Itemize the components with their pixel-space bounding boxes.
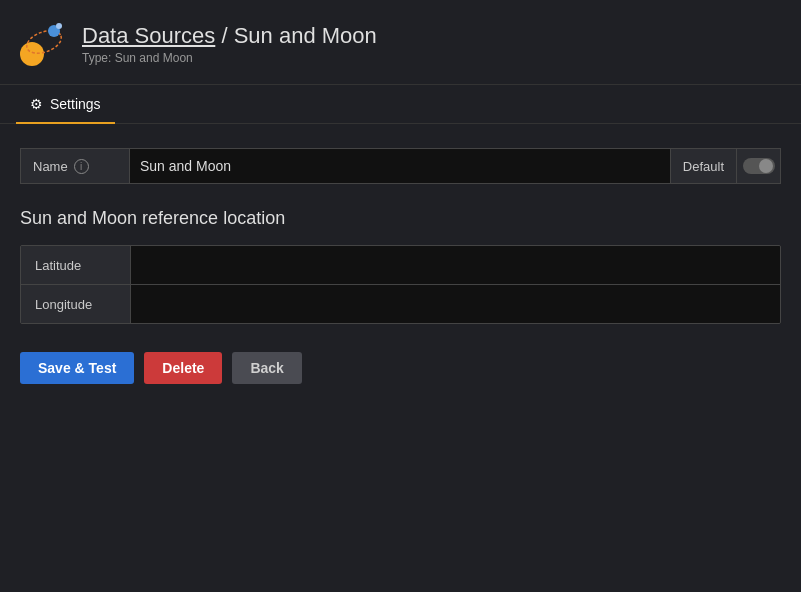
toggle-thumb: [759, 159, 773, 173]
default-label: Default: [671, 148, 737, 184]
longitude-row: Longitude: [21, 284, 780, 323]
name-field-row: Name i Default: [20, 148, 781, 184]
location-fields: Latitude Longitude: [20, 245, 781, 324]
header-text: Data Sources / Sun and Moon Type: Sun an…: [82, 23, 377, 65]
longitude-label: Longitude: [21, 285, 131, 323]
app-logo: [16, 18, 68, 70]
location-section: Sun and Moon reference location Latitude…: [20, 208, 781, 324]
latitude-label: Latitude: [21, 246, 131, 284]
svg-point-3: [56, 23, 62, 29]
breadcrumb-title: Data Sources / Sun and Moon: [82, 23, 377, 49]
main-content: Name i Default Sun and Moon reference lo…: [0, 124, 801, 404]
tab-settings-label: Settings: [50, 96, 101, 112]
latitude-row: Latitude: [21, 246, 780, 284]
tab-settings[interactable]: ⚙ Settings: [16, 86, 115, 124]
settings-icon: ⚙: [30, 96, 43, 112]
default-toggle[interactable]: [737, 148, 781, 184]
save-test-button[interactable]: Save & Test: [20, 352, 134, 384]
toggle-track: [743, 158, 775, 174]
page-subtitle: Type: Sun and Moon: [82, 51, 377, 65]
svg-point-0: [20, 42, 44, 66]
location-section-title: Sun and Moon reference location: [20, 208, 781, 229]
latitude-input[interactable]: [131, 246, 780, 284]
back-button[interactable]: Back: [232, 352, 301, 384]
name-label: Name i: [20, 148, 130, 184]
page-header: Data Sources / Sun and Moon Type: Sun an…: [0, 0, 801, 85]
delete-button[interactable]: Delete: [144, 352, 222, 384]
longitude-input[interactable]: [131, 285, 780, 323]
data-sources-link[interactable]: Data Sources: [82, 23, 215, 48]
name-info-icon[interactable]: i: [74, 159, 89, 174]
tabs-bar: ⚙ Settings: [0, 85, 801, 124]
name-input[interactable]: [130, 148, 671, 184]
buttons-row: Save & Test Delete Back: [20, 352, 781, 384]
